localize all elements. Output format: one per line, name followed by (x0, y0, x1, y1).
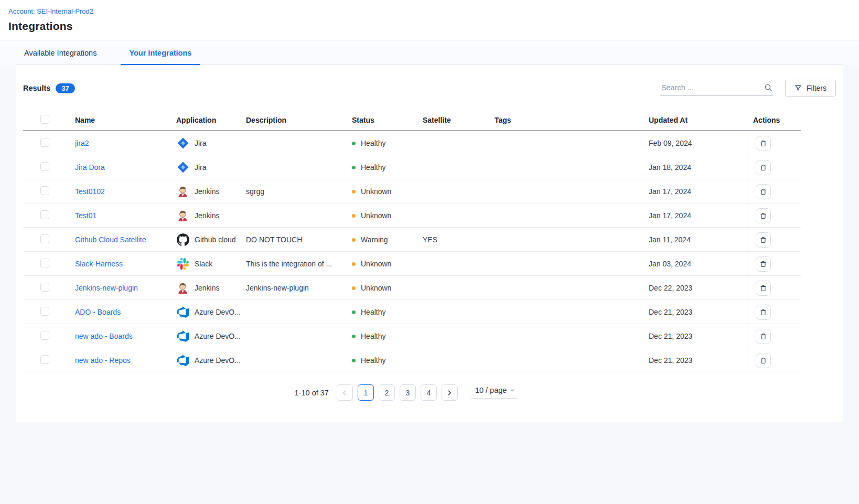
description-cell: Jenkins-new-plugin (246, 284, 352, 292)
delete-button[interactable] (756, 353, 771, 368)
select-all-checkbox[interactable] (40, 115, 49, 124)
row-checkbox[interactable] (40, 259, 49, 267)
delete-button[interactable] (756, 208, 771, 223)
pagination-summary: 1-10 of 37 (295, 389, 329, 397)
toolbar-right: Filters (660, 80, 836, 96)
integration-name-link[interactable]: new ado - Repos (75, 356, 131, 364)
slack-icon (177, 258, 189, 270)
app-icon-slot (176, 209, 189, 222)
azure-devops-icon (177, 355, 189, 366)
table-row: Github Cloud Satellite Github cloud DO N… (23, 228, 801, 252)
integrations-table: Name Application Description Status Sate… (23, 110, 801, 372)
updated-at-cell: Jan 11, 2024 (649, 235, 748, 244)
status-dot (352, 142, 356, 145)
row-checkbox[interactable] (40, 138, 49, 147)
chevron-right-icon (446, 390, 453, 396)
status-label: Unknown (361, 260, 391, 268)
integration-name-link[interactable]: Test0102 (75, 187, 105, 196)
app-icon-slot (176, 306, 189, 319)
results: Results 37 (23, 83, 75, 93)
row-checkbox[interactable] (40, 210, 49, 219)
trash-icon (759, 260, 767, 268)
row-checkbox[interactable] (40, 331, 49, 340)
row-checkbox[interactable] (40, 186, 49, 195)
delete-button[interactable] (756, 281, 771, 296)
integration-name-link[interactable]: Jira Dora (75, 163, 105, 171)
row-checkbox[interactable] (40, 307, 49, 316)
table-header-row: Name Application Description Status Sate… (23, 110, 801, 131)
table-row: Jenkins-new-plugin Jenkins Jenkins-new-p… (23, 276, 801, 300)
pagination-next-button[interactable] (442, 384, 458, 401)
jira-icon (177, 137, 189, 149)
filters-button[interactable]: Filters (785, 80, 836, 96)
page-size-select[interactable]: 10 / page (471, 386, 517, 399)
status-dot (352, 190, 356, 194)
integration-name-link[interactable]: new ado - Boards (75, 332, 133, 340)
table-row: new ado - Boards Azure DevO... Healthy D… (23, 324, 801, 348)
app-label: Jira (195, 139, 207, 147)
row-checkbox[interactable] (40, 162, 49, 171)
row-checkbox[interactable] (40, 234, 49, 243)
delete-button[interactable] (756, 184, 771, 199)
page-header: Account: SEI-Internal-Prod2 Integrations (0, 0, 859, 40)
status-dot (352, 359, 356, 362)
pagination-page-2[interactable]: 2 (379, 384, 395, 401)
tabbar: Available IntegrationsYour Integrations (16, 40, 843, 65)
status-label: Warning (361, 235, 388, 244)
row-checkbox[interactable] (40, 283, 49, 292)
pagination-page-3[interactable]: 3 (400, 384, 416, 401)
updated-at-cell: Dec 21, 2023 (649, 356, 748, 364)
table-row: jira2 Jira Healthy Feb 09, 2024 (23, 131, 801, 155)
updated-at-cell: Feb 09, 2024 (649, 139, 748, 147)
app-label: Jenkins (195, 284, 219, 292)
search-input[interactable] (661, 83, 764, 92)
app-label: Jenkins (195, 211, 219, 220)
row-checkbox[interactable] (40, 355, 49, 364)
delete-button[interactable] (756, 305, 771, 320)
description-cell: DO NOT TOUCH (246, 235, 352, 244)
delete-button[interactable] (756, 136, 771, 151)
tab-your-integrations[interactable]: Your Integrations (121, 49, 200, 65)
status-label: Unknown (361, 284, 391, 292)
updated-at-cell: Jan 17, 2024 (649, 187, 748, 196)
column-header-application: Application (176, 116, 246, 124)
delete-button[interactable] (756, 256, 771, 272)
app-icon-slot (176, 161, 189, 174)
integration-name-link[interactable]: Github Cloud Satellite (75, 235, 146, 244)
app-label: Azure DevO... (195, 332, 241, 340)
trash-icon (759, 284, 767, 292)
status-dot (352, 166, 356, 169)
page-title: Integrations (8, 20, 851, 33)
pagination-page-1[interactable]: 1 (358, 384, 374, 401)
status-dot (352, 335, 356, 338)
toolbar: Results 37 Filters (16, 80, 843, 96)
search-icon[interactable] (764, 83, 772, 92)
tab-available-integrations[interactable]: Available Integrations (16, 49, 105, 65)
table-row: Test01 Jenkins Unknown Jan 17, 2024 (23, 203, 801, 228)
chevron-down-icon (510, 388, 515, 393)
trash-icon (759, 357, 767, 364)
delete-button[interactable] (756, 232, 771, 248)
table-row: ADO - Boards Azure DevO... Healthy Dec 2… (23, 300, 801, 324)
integration-name-link[interactable]: jira2 (75, 139, 89, 147)
integration-name-link[interactable]: ADO - Boards (75, 308, 121, 316)
status-label: Healthy (361, 332, 385, 340)
trash-icon (759, 333, 767, 340)
search-box (660, 81, 774, 95)
pagination: 1-10 of 37 1234 10 / page (16, 372, 843, 405)
integration-name-link[interactable]: Test01 (75, 211, 96, 220)
integration-name-link[interactable]: Slack-Harness (75, 260, 123, 268)
filters-button-label: Filters (807, 84, 826, 92)
integration-name-link[interactable]: Jenkins-new-plugin (75, 284, 138, 292)
jenkins-icon (177, 282, 189, 294)
account-breadcrumb-link[interactable]: Account: SEI-Internal-Prod2 (8, 7, 93, 15)
pagination-prev-button[interactable] (337, 384, 353, 401)
updated-at-cell: Dec 21, 2023 (649, 308, 748, 316)
status-dot (352, 310, 356, 314)
trash-icon (759, 308, 767, 316)
status-dot (352, 286, 356, 290)
pagination-page-4[interactable]: 4 (421, 384, 437, 401)
delete-button[interactable] (756, 160, 771, 175)
delete-button[interactable] (756, 329, 771, 344)
azure-devops-icon (177, 330, 189, 342)
